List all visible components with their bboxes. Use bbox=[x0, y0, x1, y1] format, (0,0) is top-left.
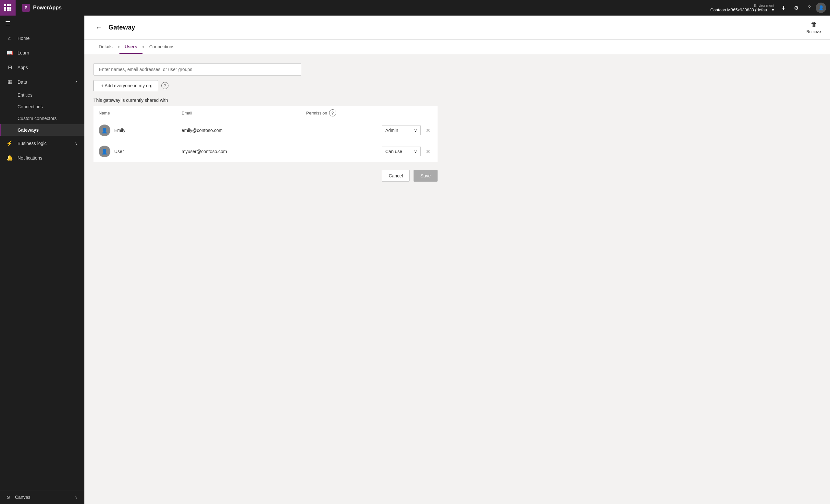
permission-help-icon[interactable]: ? bbox=[329, 109, 336, 116]
table-row: 👤 User myuser@contoso.com Can use bbox=[94, 141, 438, 162]
save-button[interactable]: Save bbox=[414, 170, 438, 181]
settings-button[interactable]: ⚙ bbox=[790, 1, 803, 14]
page-title: Gateway bbox=[108, 24, 135, 31]
chevron-down-icon: ▾ bbox=[772, 7, 774, 12]
permission-select-emily[interactable]: Admin ∨ bbox=[382, 126, 421, 135]
sidebar-item-data[interactable]: ▦ Data ∧ bbox=[0, 75, 85, 89]
sidebar-item-label-data: Data bbox=[18, 79, 27, 85]
sidebar-menu-button[interactable]: ☰ bbox=[0, 15, 15, 31]
remove-button[interactable]: 🗑 Remove bbox=[806, 21, 821, 34]
chevron-down-icon: ∨ bbox=[414, 128, 417, 133]
table-row: 👤 Emily emily@contoso.com Admin ∨ bbox=[94, 120, 438, 141]
apps-icon: ⊞ bbox=[6, 64, 13, 70]
data-expand-icon: ∧ bbox=[75, 80, 78, 84]
user-name-cell-user: 👤 User bbox=[94, 141, 177, 162]
remove-user-user[interactable]: ✕ bbox=[423, 147, 433, 156]
app-brand: P PowerApps bbox=[15, 4, 68, 12]
add-org-help-icon[interactable]: ? bbox=[161, 82, 168, 89]
sidebar-item-label-apps: Apps bbox=[18, 65, 28, 70]
env-label: Environment bbox=[754, 4, 774, 7]
sidebar-item-label-notifications: Notifications bbox=[18, 155, 42, 161]
remove-label: Remove bbox=[806, 30, 821, 34]
user-name-cell-emily: 👤 Emily bbox=[94, 120, 177, 141]
business-logic-icon: ⚡ bbox=[6, 140, 13, 146]
app-logo: P bbox=[22, 4, 30, 12]
sidebar-item-business-logic[interactable]: ⚡ Business logic ∨ bbox=[0, 136, 85, 150]
avatar-user: 👤 bbox=[99, 146, 110, 157]
sidebar-item-home[interactable]: ⌂ Home bbox=[0, 31, 85, 45]
tab-connections[interactable]: Connections bbox=[144, 40, 180, 54]
sidebar-item-label-canvas: Canvas bbox=[15, 495, 30, 500]
sidebar-sub-label-connections: Connections bbox=[18, 104, 43, 109]
tab-details[interactable]: Details bbox=[94, 40, 118, 54]
app-name: PowerApps bbox=[33, 5, 62, 11]
sidebar: ☰ ⌂ Home 📖 Learn ⊞ Apps ▦ Data ∧ Entitie… bbox=[0, 15, 85, 504]
user-search-input[interactable] bbox=[94, 63, 301, 75]
page-content: + Add everyone in my org ? This gateway … bbox=[85, 54, 830, 504]
sidebar-sub-label-custom-connectors: Custom connectors bbox=[18, 116, 57, 121]
user-permission-cell-emily: Admin ∨ ✕ bbox=[301, 120, 438, 141]
sidebar-item-label-home: Home bbox=[18, 36, 30, 41]
sidebar-sub-label-entities: Entities bbox=[18, 93, 32, 98]
sidebar-item-canvas[interactable]: ⊙ Canvas ∨ bbox=[0, 491, 85, 504]
user-permission-cell-user: Can use ∨ ✕ bbox=[301, 141, 438, 162]
sidebar-item-custom-connectors[interactable]: Custom connectors bbox=[0, 112, 85, 124]
home-icon: ⌂ bbox=[6, 35, 13, 41]
help-button[interactable]: ? bbox=[803, 1, 816, 14]
sidebar-item-label-business-logic: Business logic bbox=[18, 141, 47, 146]
user-email-cell-emily: emily@contoso.com bbox=[177, 120, 301, 141]
download-button[interactable]: ⬇ bbox=[777, 1, 790, 14]
avatar-emily: 👤 bbox=[99, 125, 110, 136]
env-name: Contoso M365x933833 (defau... ▾ bbox=[710, 7, 774, 12]
col-email: Email bbox=[177, 106, 301, 120]
sidebar-sub-label-gateways: Gateways bbox=[18, 128, 39, 133]
action-row: Cancel Save bbox=[94, 170, 438, 181]
tabs-bar: Details Users Connections bbox=[85, 40, 830, 54]
tab-users[interactable]: Users bbox=[120, 40, 142, 54]
page-header-left: ← Gateway bbox=[94, 22, 135, 33]
back-button[interactable]: ← bbox=[94, 22, 104, 33]
col-name: Name bbox=[94, 106, 177, 120]
page-header: ← Gateway 🗑 Remove bbox=[85, 15, 830, 40]
sidebar-item-connections[interactable]: Connections bbox=[0, 101, 85, 112]
environment-selector[interactable]: Environment Contoso M365x933833 (defau..… bbox=[710, 4, 774, 12]
main-layout: ☰ ⌂ Home 📖 Learn ⊞ Apps ▦ Data ∧ Entitie… bbox=[0, 15, 830, 504]
trash-icon: 🗑 bbox=[810, 21, 817, 28]
data-icon: ▦ bbox=[6, 79, 13, 85]
sidebar-item-gateways[interactable]: Gateways bbox=[0, 124, 85, 136]
chevron-down-icon: ∨ bbox=[414, 149, 417, 154]
notifications-icon: 🔔 bbox=[6, 155, 13, 161]
add-org-row: + Add everyone in my org ? bbox=[94, 80, 821, 91]
learn-icon: 📖 bbox=[6, 49, 13, 56]
col-permission: Permission ? bbox=[301, 106, 438, 120]
canvas-expand-icon: ∨ bbox=[75, 495, 78, 500]
remove-user-emily[interactable]: ✕ bbox=[423, 126, 433, 135]
permission-select-user[interactable]: Can use ∨ bbox=[382, 146, 421, 156]
content-area: ← Gateway 🗑 Remove Details Users Connect… bbox=[85, 15, 830, 504]
users-table: Name Email Permission ? bbox=[94, 106, 438, 162]
sidebar-item-label-learn: Learn bbox=[18, 50, 29, 56]
sidebar-item-apps[interactable]: ⊞ Apps bbox=[0, 60, 85, 75]
topbar-right: Environment Contoso M365x933833 (defau..… bbox=[710, 1, 830, 14]
waffle-button[interactable] bbox=[0, 0, 15, 15]
user-avatar[interactable]: 👤 bbox=[816, 3, 826, 13]
add-everyone-button[interactable]: + Add everyone in my org bbox=[94, 80, 158, 91]
cancel-button[interactable]: Cancel bbox=[382, 170, 410, 181]
sidebar-bottom: ⊙ Canvas ∨ bbox=[0, 490, 85, 504]
user-email-cell-user: myuser@contoso.com bbox=[177, 141, 301, 162]
business-logic-expand-icon: ∨ bbox=[75, 141, 78, 146]
waffle-icon bbox=[4, 4, 11, 11]
sidebar-item-entities[interactable]: Entities bbox=[0, 89, 85, 101]
sidebar-item-learn[interactable]: 📖 Learn bbox=[0, 45, 85, 60]
sidebar-item-notifications[interactable]: 🔔 Notifications bbox=[0, 150, 85, 165]
shared-label: This gateway is currently shared with bbox=[94, 98, 821, 103]
canvas-icon: ⊙ bbox=[6, 495, 10, 500]
topbar: P PowerApps Environment Contoso M365x933… bbox=[0, 0, 830, 15]
